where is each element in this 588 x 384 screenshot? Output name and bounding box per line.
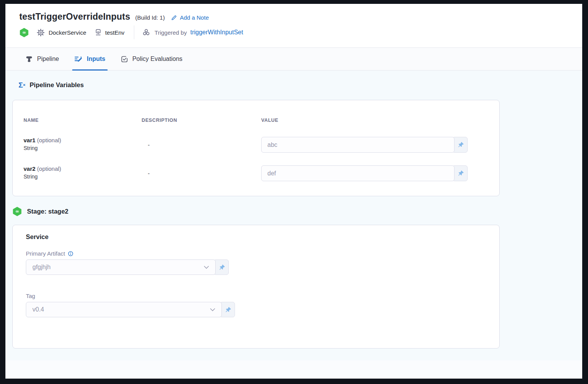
pencil-icon: [171, 15, 177, 21]
active-tab-underline: [72, 69, 108, 71]
var2-pin-button[interactable]: [452, 165, 468, 181]
page-title: testTriggerOverrideInputs: [19, 12, 130, 22]
var1-pin-button[interactable]: [452, 137, 468, 153]
var1-value-input[interactable]: [261, 137, 455, 153]
header-divider: [134, 25, 134, 39]
var2-value-group: [261, 165, 488, 181]
primary-artifact-group: gfgjhjh: [26, 259, 499, 275]
var1-description: -: [142, 137, 261, 148]
pin-icon: [225, 307, 231, 313]
add-note-label: Add a Note: [180, 14, 209, 21]
pipeline-icon: [25, 56, 33, 63]
variables-table-header: NAME DESCRIPTION VALUE: [24, 118, 488, 123]
tab-inputs-label: Inputs: [87, 56, 105, 62]
environment-name: testEnv: [105, 29, 125, 36]
info-icon[interactable]: [68, 251, 73, 256]
inputs-tab-panel: Σ× Pipeline Variables NAME DESCRIPTION V…: [5, 71, 582, 360]
pipeline-variables-card: NAME DESCRIPTION VALUE var1 (optional) S…: [12, 100, 500, 196]
primary-artifact-select[interactable]: gfgjhjh: [26, 259, 216, 275]
gear-icon: [37, 29, 45, 37]
sigma-variables-icon: Σ×: [19, 81, 25, 89]
column-description: DESCRIPTION: [142, 118, 261, 123]
stage-heading: ∞ Stage: stage2: [12, 206, 582, 216]
build-id-label: (Build Id: 1): [135, 14, 165, 21]
stage-cd-icon: ∞: [12, 207, 22, 216]
cd-stage-icon: ∞: [19, 28, 29, 37]
tag-pin-button[interactable]: [220, 302, 235, 317]
tab-bar: Pipeline Inputs: [5, 48, 582, 71]
pin-icon: [219, 264, 225, 271]
inputs-edit-icon: [74, 56, 83, 62]
trigger-name-link[interactable]: triggerWithInputSet: [190, 29, 243, 36]
var2-type: String: [24, 173, 142, 180]
tab-policy-evaluations-label: Policy Evaluations: [132, 56, 182, 62]
bottom-strip: [5, 360, 582, 379]
pin-icon: [458, 170, 464, 177]
tab-pipeline[interactable]: Pipeline: [23, 48, 61, 70]
service-card: Service Primary Artifact gfgjhjh: [12, 225, 500, 349]
variable-row-var2: var2 (optional) String -: [24, 165, 488, 181]
var2-name: var2: [24, 165, 35, 172]
var1-value-group: [261, 137, 488, 153]
service-name: DockerService: [49, 29, 86, 36]
execution-window: testTriggerOverrideInputs (Build Id: 1) …: [5, 4, 582, 379]
trigger-icon: [142, 28, 150, 37]
column-value: VALUE: [261, 118, 488, 123]
tag-select[interactable]: v0.4: [26, 302, 222, 317]
variable-row-var1: var1 (optional) String -: [24, 137, 488, 153]
primary-artifact-label-row: Primary Artifact: [26, 250, 499, 257]
var2-description: -: [142, 165, 261, 177]
var1-optional-label: (optional): [37, 137, 61, 143]
chevron-down-icon: [204, 266, 209, 269]
title-row: testTriggerOverrideInputs (Build Id: 1) …: [19, 12, 568, 22]
service-section-title: Service: [26, 233, 499, 241]
var2-name-cell: var2 (optional) String: [24, 165, 142, 180]
var2-value-input[interactable]: [261, 165, 455, 181]
var1-type: String: [24, 145, 142, 151]
svg-text:∞: ∞: [15, 209, 19, 214]
chevron-down-icon: [210, 308, 215, 312]
var2-optional-label: (optional): [37, 165, 61, 172]
var1-name: var1: [24, 137, 35, 143]
primary-artifact-value: gfgjhjh: [32, 264, 51, 271]
svg-text:∞: ∞: [22, 30, 26, 35]
stage-title: Stage: stage2: [27, 208, 68, 215]
pipeline-variables-heading: Σ× Pipeline Variables: [19, 80, 582, 90]
column-name: NAME: [24, 118, 142, 123]
tag-value: v0.4: [32, 306, 44, 313]
primary-artifact-label: Primary Artifact: [26, 250, 65, 257]
tab-pipeline-label: Pipeline: [37, 56, 59, 62]
tag-label-row: Tag: [26, 293, 499, 299]
var1-name-cell: var1 (optional) String: [24, 137, 142, 151]
tab-policy-evaluations[interactable]: Policy Evaluations: [118, 48, 185, 70]
tag-group: v0.4: [26, 302, 499, 317]
pipeline-variables-title: Pipeline Variables: [30, 81, 84, 89]
policy-check-icon: [121, 56, 128, 63]
tag-label: Tag: [26, 293, 35, 299]
tab-inputs[interactable]: Inputs: [72, 48, 108, 70]
pin-icon: [458, 141, 464, 148]
triggered-by-label: Triggered by: [155, 29, 187, 36]
primary-artifact-pin-button[interactable]: [213, 259, 229, 275]
environment-icon: [94, 29, 102, 37]
add-note-button[interactable]: Add a Note: [171, 14, 209, 21]
meta-row: ∞ DockerService: [19, 27, 568, 38]
execution-header: testTriggerOverrideInputs (Build Id: 1) …: [5, 4, 582, 48]
